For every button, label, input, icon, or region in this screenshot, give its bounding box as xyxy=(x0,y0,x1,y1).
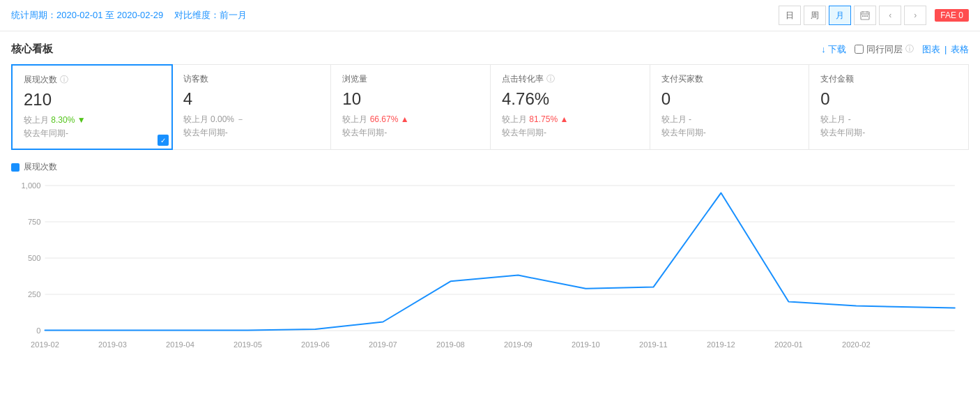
prev-btn[interactable]: ‹ xyxy=(879,6,901,25)
peer-layer-info-icon: ⓘ xyxy=(905,43,914,55)
period-value: 2020-02-01 至 2020-02-29 xyxy=(56,10,163,20)
legend-dot xyxy=(11,163,20,172)
kpi-value-buyers: 0 xyxy=(661,89,798,109)
svg-text:500: 500 xyxy=(28,254,41,262)
kpi-value-visitors: 4 xyxy=(183,89,320,109)
chart-line xyxy=(45,193,954,331)
kpi-compare-ctr: 较上月 81.75% ▲ 较去年同期- xyxy=(502,113,638,139)
svg-text:2019-02: 2019-02 xyxy=(31,340,59,349)
kpi-title-buyers: 支付买家数 xyxy=(661,73,703,85)
top-bar-right: 日 周 月 ‹ › FAE 0 xyxy=(779,6,969,25)
svg-rect-6 xyxy=(866,15,868,17)
svg-text:2019-09: 2019-09 xyxy=(504,340,533,349)
compare-value: 前一月 xyxy=(220,10,247,20)
top-bar: 统计周期：2020-02-01 至 2020-02-29 对比维度：前一月 日 … xyxy=(0,0,980,31)
calendar-icon xyxy=(860,10,870,20)
selected-check: ✓ xyxy=(158,135,169,146)
kpi-value-pageviews: 10 xyxy=(342,89,479,109)
svg-rect-4 xyxy=(862,15,864,17)
period-label: 统计周期： xyxy=(11,10,56,20)
kpi-card-ctr[interactable]: 点击转化率 ⓘ 4.76% 较上月 81.75% ▲ 较去年同期- xyxy=(491,65,650,149)
kpi-card-title-buyers: 支付买家数 xyxy=(661,73,798,85)
view-toggle: 图表 | 表格 xyxy=(922,43,969,56)
kpi-value-ctr: 4.76% xyxy=(502,89,638,109)
svg-text:2019-07: 2019-07 xyxy=(369,340,397,349)
table-view-btn[interactable]: 表格 xyxy=(951,44,969,54)
kpi-card-pageviews[interactable]: 浏览量 10 较上月 66.67% ▲ 较去年同期- xyxy=(331,65,491,149)
kpi-value-payment: 0 xyxy=(820,89,957,109)
svg-text:2019-03: 2019-03 xyxy=(98,340,127,349)
svg-text:2019-05: 2019-05 xyxy=(233,340,262,349)
chart-legend: 展现次数 xyxy=(11,161,969,173)
compare-label: 对比维度： xyxy=(174,10,220,20)
kpi-title-payment: 支付金额 xyxy=(820,73,854,85)
svg-text:2019-10: 2019-10 xyxy=(572,340,600,349)
section-actions: ↓ 下载 同行同层 ⓘ 图表 | 表格 xyxy=(821,43,969,56)
svg-text:250: 250 xyxy=(28,290,41,299)
next-btn[interactable]: › xyxy=(904,6,926,25)
compare-dim: 对比维度：前一月 xyxy=(174,9,247,22)
section-title: 核心看板 xyxy=(11,43,53,56)
svg-text:750: 750 xyxy=(28,218,41,226)
kpi-card-title-pageviews: 浏览量 xyxy=(342,73,479,85)
main-content: 核心看板 ↓ 下载 同行同层 ⓘ 图表 | 表格 展现次数 ⓘ 210 较上 xyxy=(0,31,980,371)
svg-text:2019-04: 2019-04 xyxy=(166,340,194,349)
kpi-title-pageviews: 浏览量 xyxy=(342,73,367,85)
fae-badge: FAE 0 xyxy=(935,9,969,22)
svg-text:2020-02: 2020-02 xyxy=(842,340,871,349)
kpi-card-title-impressions: 展现次数 ⓘ xyxy=(24,74,160,86)
kpi-title-visitors: 访客数 xyxy=(183,73,208,85)
peer-layer-label: 同行同层 xyxy=(866,43,903,56)
week-btn[interactable]: 周 xyxy=(804,6,826,25)
top-bar-left: 统计周期：2020-02-01 至 2020-02-29 对比维度：前一月 xyxy=(11,9,247,22)
kpi-card-title-visitors: 访客数 xyxy=(183,73,320,85)
svg-text:2019-08: 2019-08 xyxy=(436,340,465,349)
kpi-card-impressions[interactable]: 展现次数 ⓘ 210 较上月 8.30% ▼ 较去年同期- ✓ xyxy=(11,64,173,150)
svg-text:2020-01: 2020-01 xyxy=(774,340,803,349)
kpi-compare-payment: 较上月 - 较去年同期- xyxy=(820,113,957,139)
kpi-value-impressions: 210 xyxy=(24,90,160,110)
kpi-card-payment[interactable]: 支付金额 0 较上月 - 较去年同期- xyxy=(809,65,968,149)
peer-layer-checkbox[interactable] xyxy=(855,45,864,54)
chart-view-btn[interactable]: 图表 xyxy=(922,44,940,54)
kpi-info-icon[interactable]: ⓘ xyxy=(60,74,68,86)
stat-period: 统计周期：2020-02-01 至 2020-02-29 xyxy=(11,9,163,22)
kpi-compare-buyers: 较上月 - 较去年同期- xyxy=(661,113,798,139)
kpi-card-visitors[interactable]: 访客数 4 较上月 0.00% － 较去年同期- xyxy=(172,65,332,149)
kpi-card-buyers[interactable]: 支付买家数 0 较上月 - 较去年同期- xyxy=(650,65,810,149)
svg-rect-5 xyxy=(864,15,866,17)
calendar-btn[interactable] xyxy=(854,6,876,25)
download-btn[interactable]: ↓ 下载 xyxy=(821,43,846,56)
kpi-compare-pageviews: 较上月 66.67% ▲ 较去年同期- xyxy=(342,113,479,139)
svg-text:0: 0 xyxy=(36,326,40,335)
month-btn[interactable]: 月 xyxy=(829,6,851,25)
legend-label: 展现次数 xyxy=(24,161,57,173)
svg-text:2019-12: 2019-12 xyxy=(707,340,735,349)
chart-svg: 1,000 750 500 250 0 2019-02 2019-03 2019… xyxy=(11,179,969,360)
kpi-compare-visitors: 较上月 0.00% － 较去年同期- xyxy=(183,113,320,139)
svg-text:2019-11: 2019-11 xyxy=(639,340,668,349)
day-btn[interactable]: 日 xyxy=(779,6,801,25)
kpi-card-title-payment: 支付金额 xyxy=(820,73,957,85)
kpi-card-title-ctr: 点击转化率 ⓘ xyxy=(502,73,638,85)
kpi-title-ctr: 点击转化率 xyxy=(502,73,544,85)
kpi-title-label: 展现次数 xyxy=(24,74,57,86)
view-divider: | xyxy=(944,44,949,54)
kpi-compare-impressions: 较上月 8.30% ▼ 较去年同期- xyxy=(24,114,160,140)
kpi-cards: 展现次数 ⓘ 210 较上月 8.30% ▼ 较去年同期- ✓ 访客数 4 较上… xyxy=(11,64,969,150)
section-header: 核心看板 ↓ 下载 同行同层 ⓘ 图表 | 表格 xyxy=(11,43,969,56)
kpi-info-icon-ctr[interactable]: ⓘ xyxy=(546,73,555,85)
peer-layer[interactable]: 同行同层 ⓘ xyxy=(855,43,914,56)
chart-container: 1,000 750 500 250 0 2019-02 2019-03 2019… xyxy=(11,179,969,360)
svg-text:1,000: 1,000 xyxy=(22,181,41,190)
svg-text:2019-06: 2019-06 xyxy=(301,340,330,349)
